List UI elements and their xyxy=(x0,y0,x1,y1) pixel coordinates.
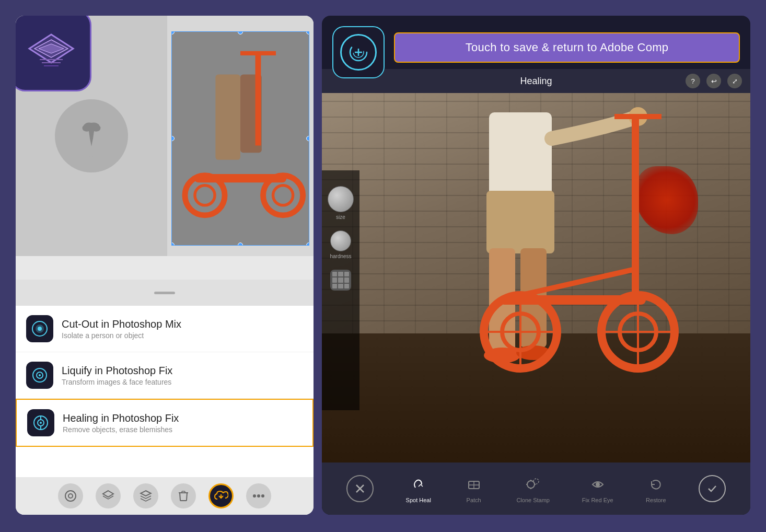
spot-heal-icon xyxy=(408,474,429,495)
liquify-subtitle: Transform images & face features xyxy=(62,378,172,386)
ps-expand-btn[interactable]: ⤢ xyxy=(727,74,742,88)
cutout-text: Cut-Out in Photoshop Mix Isolate a perso… xyxy=(62,318,181,340)
svg-point-33 xyxy=(253,494,256,498)
selection-handle-br xyxy=(306,242,309,246)
ps-undo-btn[interactable]: ↩ xyxy=(706,74,721,88)
clone-stamp-tool[interactable]: Clone Stamp xyxy=(516,474,550,503)
selection-handle-mr xyxy=(306,136,309,141)
healing-text: Healing in Photoshop Fix Remove objects,… xyxy=(63,412,179,434)
left-bottom-toolbar xyxy=(16,477,314,515)
svg-rect-10 xyxy=(215,75,240,160)
grid-cell-1 xyxy=(332,272,337,276)
toolbar-creative-cloud-btn[interactable] xyxy=(208,483,234,508)
restore-tool[interactable]: Restore xyxy=(645,474,666,503)
fix-red-eye-tool[interactable]: Fix Red Eye xyxy=(582,474,613,503)
fix-red-eye-icon xyxy=(587,474,608,495)
left-panel: Cut-Out in Photoshop Mix Isolate a perso… xyxy=(16,16,314,515)
right-panel: Touch to save & return to Adobe Comp Hea… xyxy=(322,16,750,515)
patch-icon xyxy=(463,474,484,495)
liquify-title: Liquify in Photoshop Fix xyxy=(62,365,172,377)
app-icon-graphic xyxy=(25,30,77,72)
grid-cell-9 xyxy=(344,284,349,288)
photo-area: size hardness xyxy=(322,93,750,462)
menu-item-liquify[interactable]: Liquify in Photoshop Fix Transform image… xyxy=(16,352,314,399)
fix-red-eye-label: Fix Red Eye xyxy=(582,497,613,503)
liquify-text: Liquify in Photoshop Fix Transform image… xyxy=(62,365,172,386)
hardness-label: hardness xyxy=(330,253,351,259)
ps-bottom-bar: Spot Heal Patch xyxy=(322,462,750,515)
grid-cell-3 xyxy=(344,272,349,276)
ps-title-bar: Healing ? ↩ ⤢ xyxy=(322,69,750,93)
scooter-selected-image xyxy=(171,31,309,246)
ps-save-banner[interactable]: Touch to save & return to Adobe Comp xyxy=(394,32,740,63)
ps-save-text: Touch to save & return to Adobe Comp xyxy=(466,41,669,54)
grid-cell-5 xyxy=(338,277,343,282)
grid-cell-8 xyxy=(338,284,343,288)
toolbar-adjust-btn[interactable] xyxy=(58,483,83,508)
spot-heal-label: Spot Heal xyxy=(406,497,431,503)
cutout-icon xyxy=(26,315,53,342)
svg-point-21 xyxy=(38,327,42,331)
svg-point-31 xyxy=(68,494,73,498)
restore-icon xyxy=(645,474,666,495)
ps-title-icons: ? ↩ ⤢ xyxy=(686,74,742,88)
svg-rect-40 xyxy=(489,112,552,196)
toolbar-layers-btn[interactable] xyxy=(96,483,121,508)
scene-svg xyxy=(353,93,740,462)
patch-tool[interactable]: Patch xyxy=(463,474,484,503)
toolbar-stack-btn[interactable] xyxy=(133,483,158,508)
menu-item-cutout[interactable]: Cut-Out in Photoshop Mix Isolate a perso… xyxy=(16,306,314,352)
bird-placeholder xyxy=(55,99,128,172)
hardness-slider[interactable]: hardness xyxy=(330,230,351,259)
patch-label: Patch xyxy=(467,497,481,503)
toolbar-more-btn[interactable] xyxy=(246,483,271,508)
left-tools-panel: size hardness xyxy=(322,170,359,410)
svg-point-30 xyxy=(65,491,76,501)
ps-cancel-button[interactable] xyxy=(346,475,374,502)
svg-point-70 xyxy=(533,479,539,484)
healing-icon xyxy=(27,409,54,436)
svg-point-71 xyxy=(596,482,600,487)
healing-title: Healing in Photoshop Fix xyxy=(63,412,179,424)
size-slider[interactable]: size xyxy=(328,186,354,220)
sheet-handle xyxy=(154,292,175,294)
ps-add-button[interactable] xyxy=(332,26,385,78)
sheet-handle-area[interactable] xyxy=(16,280,314,306)
grid-cell-4 xyxy=(332,277,337,282)
svg-point-8 xyxy=(95,124,99,128)
toolbar-delete-btn[interactable] xyxy=(171,483,196,508)
grid-tool-btn[interactable] xyxy=(330,270,351,291)
canvas-right xyxy=(167,16,314,256)
hardness-knob[interactable] xyxy=(330,230,351,251)
svg-point-24 xyxy=(39,374,41,376)
ps-confirm-button[interactable] xyxy=(699,475,726,502)
svg-point-27 xyxy=(40,422,42,424)
svg-point-65 xyxy=(527,481,535,488)
liquify-icon xyxy=(26,362,53,389)
svg-point-35 xyxy=(261,494,264,498)
size-knob[interactable] xyxy=(328,186,354,212)
size-label: size xyxy=(336,214,345,220)
clone-stamp-label: Clone Stamp xyxy=(516,497,550,503)
spot-heal-tool[interactable]: Spot Heal xyxy=(406,474,431,503)
grid-cell-2 xyxy=(338,272,343,276)
grid-cell-6 xyxy=(344,277,349,282)
restore-label: Restore xyxy=(646,497,666,503)
clone-stamp-icon xyxy=(523,474,543,495)
cutout-title: Cut-Out in Photoshop Mix xyxy=(62,318,181,330)
menu-item-healing[interactable]: Healing in Photoshop Fix Remove objects,… xyxy=(16,399,314,447)
svg-rect-41 xyxy=(486,191,554,253)
ps-help-btn[interactable]: ? xyxy=(686,74,700,88)
selection-handle-bc xyxy=(238,242,243,246)
ps-title: Healing xyxy=(520,76,552,87)
ps-add-icon xyxy=(340,34,377,71)
bottom-sheet: Cut-Out in Photoshop Mix Isolate a perso… xyxy=(16,280,314,478)
grid-cell-7 xyxy=(332,284,337,288)
healing-subtitle: Remove objects, erase blemishes xyxy=(63,425,179,434)
cutout-subtitle: Isolate a person or object xyxy=(62,331,181,340)
canvas-scooter-image xyxy=(172,32,309,245)
svg-point-34 xyxy=(257,494,260,498)
app-icon[interactable] xyxy=(16,16,91,91)
